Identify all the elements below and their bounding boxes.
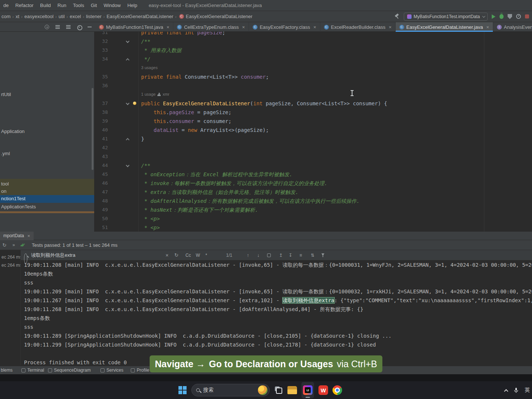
line-number[interactable]: 33 <box>95 47 108 53</box>
collapse-all-icon[interactable] <box>66 24 71 30</box>
code-editor[interactable]: 31private final int pageSize;32/**33 * 用… <box>95 32 532 232</box>
test-tree-row[interactable]: ec 264 ms <box>1 263 21 268</box>
wrap-lines-icon[interactable] <box>298 252 304 258</box>
match-case-toggle[interactable]: Cc <box>185 250 191 260</box>
line-number[interactable]: 38 <box>95 109 108 115</box>
menu-item[interactable]: Build <box>37 3 54 8</box>
project-item[interactable]: ApplicationTests <box>1 204 36 209</box>
project-item[interactable]: rtUtil <box>1 92 11 97</box>
build-hammer-icon[interactable] <box>394 14 400 19</box>
editor-tab[interactable]: IAnalysisEventLis <box>493 22 532 32</box>
filter-icon[interactable] <box>320 252 326 258</box>
tab-close-icon[interactable]: × <box>389 24 392 30</box>
line-number[interactable]: 39 <box>95 118 108 124</box>
line-number[interactable]: 48 <box>95 198 108 204</box>
task-view-icon[interactable] <box>274 386 283 395</box>
sort-lines-icon[interactable] <box>310 252 316 258</box>
project-scrollbar[interactable] <box>92 88 93 170</box>
breadcrumb-item[interactable]: xt <box>16 14 19 19</box>
regex-toggle[interactable]: * <box>205 250 207 260</box>
editor-tab[interactable]: CCellExtraTypeEnum.class× <box>173 22 249 32</box>
microphone-icon[interactable] <box>513 387 519 393</box>
line-number[interactable]: 49 <box>95 207 108 212</box>
statusbar-item-terminal[interactable]: Terminal <box>21 366 44 374</box>
line-number[interactable]: 47 <box>95 189 108 195</box>
multiline-icon[interactable] <box>266 252 272 258</box>
editor-tab[interactable]: CEasyExcelGeneralDataListener.java× <box>396 22 493 32</box>
menu-item[interactable]: de <box>0 3 12 8</box>
line-number[interactable]: 51 <box>95 225 108 230</box>
scroll-bottom-icon[interactable] <box>287 252 293 258</box>
inline-usages-hint[interactable]: 1 usagexmr <box>141 92 169 96</box>
menu-item[interactable]: Run <box>54 3 70 8</box>
fold-icon[interactable] <box>126 164 130 167</box>
console-search-input[interactable]: 读取到额外信息extra <box>31 250 75 260</box>
line-number[interactable]: 37 <box>95 100 108 106</box>
previous-match-icon[interactable]: ↑ <box>247 250 249 260</box>
file-explorer-icon[interactable] <box>287 386 297 394</box>
next-match-icon[interactable]: ↓ <box>257 250 260 260</box>
breadcrumb-item[interactable]: excel <box>70 14 81 19</box>
run-button[interactable] <box>492 14 495 19</box>
project-item[interactable]: tool <box>1 181 9 187</box>
search-highlight-thumbnail[interactable] <box>258 385 267 395</box>
find-close-icon[interactable]: × <box>166 250 168 260</box>
tray-chevron-up-icon[interactable] <box>504 389 508 393</box>
test-tree-row[interactable]: ec 264 ms <box>1 255 21 260</box>
line-number[interactable]: 40 <box>95 127 108 133</box>
hide-panel-icon[interactable] <box>87 24 92 30</box>
locate-file-icon[interactable] <box>44 24 50 30</box>
tab-close-icon[interactable]: × <box>313 24 316 30</box>
tab-close-icon[interactable]: × <box>242 24 245 30</box>
scroll-top-icon[interactable] <box>278 252 284 258</box>
line-number[interactable]: 44 <box>95 163 108 168</box>
menu-item[interactable]: Window <box>100 3 124 8</box>
project-item[interactable]: nction1Test <box>1 196 25 201</box>
fold-end-icon[interactable] <box>126 138 130 142</box>
run-configuration-select[interactable]: MyBatisFunction1Test.importData <box>404 13 488 21</box>
breadcrumb-item[interactable]: EasyExcelGeneralDataListener <box>106 14 173 19</box>
breadcrumb-item[interactable]: com <box>1 14 11 19</box>
run-tab-importdata[interactable]: mportData × <box>0 232 34 240</box>
line-number[interactable]: 35 <box>95 74 108 79</box>
fold-icon[interactable] <box>126 40 130 43</box>
intention-bulb-icon[interactable] <box>133 102 136 105</box>
line-number[interactable]: 31 <box>95 32 108 35</box>
console-output[interactable]: 19:00:11.208 [main] INFO c.x.e.u.e.l.Eas… <box>21 260 532 366</box>
statusbar-item-profile[interactable]: Profile <box>131 366 149 374</box>
menu-item[interactable]: Tools <box>69 3 87 8</box>
start-button-icon[interactable] <box>178 386 187 395</box>
line-number[interactable]: 32 <box>95 38 108 44</box>
test-tree-column[interactable]: ec 264 msec 264 ms <box>0 250 21 366</box>
statusbar-item-services[interactable]: Services <box>100 366 123 374</box>
line-number[interactable]: 50 <box>95 216 108 221</box>
line-number[interactable]: 34 <box>95 56 108 62</box>
debug-button[interactable] <box>499 14 504 19</box>
ime-indicator[interactable]: 英 <box>525 387 530 393</box>
taskbar-search-box[interactable]: 搜索 <box>191 384 270 396</box>
line-number[interactable]: 41 <box>95 136 108 141</box>
run-tab-close-icon[interactable]: × <box>27 233 30 239</box>
profiler-button[interactable] <box>516 14 521 19</box>
breadcrumb-item[interactable]: listener <box>86 14 102 19</box>
stop-button[interactable] <box>525 14 529 18</box>
editor-tab[interactable]: CMyBatisFunction1Test.java× <box>95 22 173 32</box>
project-item[interactable]: Application <box>1 129 25 134</box>
search-history-icon[interactable]: ↻ <box>174 250 178 260</box>
chrome-icon[interactable] <box>332 385 342 395</box>
editor-tab[interactable]: CEasyExcelFactory.class× <box>249 22 320 32</box>
inline-usages-hint[interactable]: 3 usages <box>141 65 158 70</box>
line-number[interactable]: 46 <box>95 180 108 186</box>
tab-close-icon[interactable]: × <box>167 24 170 30</box>
expand-all-icon[interactable] <box>55 24 60 30</box>
project-item[interactable]: on <box>1 188 6 194</box>
expand-tree-icon[interactable]: » <box>11 242 16 248</box>
coverage-button[interactable] <box>508 14 512 19</box>
line-number[interactable]: 45 <box>95 171 108 177</box>
menu-item[interactable]: Git <box>88 3 100 8</box>
statusbar-item-blems[interactable]: blems <box>1 366 13 374</box>
breadcrumb-item[interactable]: util <box>58 14 65 19</box>
whole-words-toggle[interactable]: W <box>196 250 200 260</box>
editor-tab[interactable]: CExcelReaderBuilder.class× <box>320 22 396 32</box>
tab-close-icon[interactable]: × <box>486 24 489 30</box>
